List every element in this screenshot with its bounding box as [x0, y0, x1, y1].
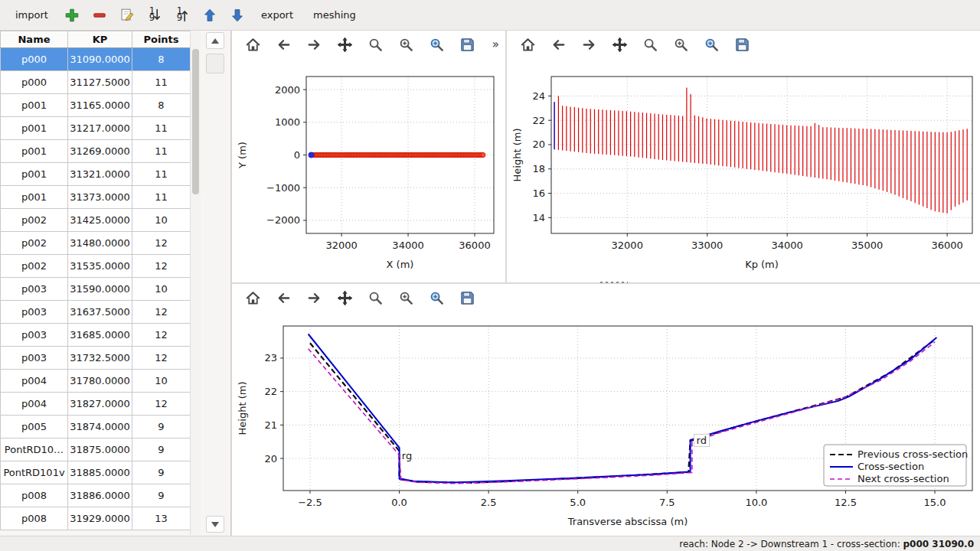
longitudinal-profile-chart[interactable]: 3200033000340003500036000141618202224Kp … [507, 58, 980, 282]
cell-points[interactable]: 8 [132, 94, 191, 117]
forward-button[interactable] [304, 34, 325, 55]
cell-kp[interactable]: 31269.0000 [68, 140, 132, 163]
table-row[interactable]: p004 31780.0000 10 [1, 370, 191, 393]
cell-name[interactable]: p001 [1, 140, 68, 163]
cell-name[interactable]: p001 [1, 186, 68, 209]
cell-kp[interactable]: 31535.0000 [68, 255, 132, 278]
forward-button[interactable] [304, 288, 325, 308]
cell-name[interactable]: p000 [1, 71, 68, 94]
scroll-up-button[interactable] [206, 32, 224, 49]
zoom-button[interactable] [640, 34, 661, 55]
cell-name[interactable]: p008 [1, 484, 68, 507]
cell-name[interactable]: PontRD101v [1, 461, 68, 484]
cell-points[interactable]: 10 [132, 209, 191, 232]
column-header-name[interactable]: Name [1, 31, 68, 48]
table-row[interactable]: p005 31874.0000 9 [1, 416, 191, 439]
cell-name[interactable]: p003 [1, 347, 68, 370]
export-button[interactable]: export [253, 5, 301, 25]
cell-name[interactable]: p003 [1, 301, 68, 324]
table-row[interactable]: p002 31425.0000 10 [1, 209, 191, 232]
add-cross-section-button[interactable] [60, 4, 83, 27]
cell-points[interactable]: 12 [132, 301, 191, 324]
zoom-region-button[interactable] [701, 34, 722, 55]
table-row[interactable]: p003 31637.5000 12 [1, 301, 191, 324]
save-figure-button[interactable] [457, 288, 478, 308]
cell-points[interactable]: 9 [132, 461, 191, 484]
cell-kp[interactable]: 31875.0000 [68, 439, 132, 461]
table-row[interactable]: p004 31827.0000 12 [1, 393, 191, 416]
meshing-button[interactable]: meshing [305, 5, 364, 25]
zoom-in-button[interactable] [396, 288, 416, 308]
cell-kp[interactable]: 31885.0000 [68, 461, 132, 484]
cell-name[interactable]: p002 [1, 209, 68, 232]
cell-name[interactable]: p005 [1, 416, 68, 439]
panel-scrollbar[interactable] [204, 32, 227, 534]
pan-button[interactable] [335, 288, 355, 308]
cell-name[interactable]: p004 [1, 370, 68, 393]
cell-kp[interactable]: 31874.0000 [68, 416, 132, 439]
table-row[interactable]: PontRD101v 31885.0000 9 [1, 461, 191, 484]
cell-kp[interactable]: 31886.0000 [68, 484, 132, 507]
sort-descending-button[interactable] [143, 4, 166, 27]
toolbar-overflow-chevron[interactable]: » [492, 37, 505, 51]
cell-name[interactable]: p002 [1, 255, 68, 278]
cell-kp[interactable]: 31165.0000 [68, 94, 132, 117]
table-scrollbar[interactable] [190, 31, 201, 535]
cell-points[interactable]: 11 [132, 71, 191, 94]
table-row[interactable]: p003 31590.0000 10 [1, 278, 191, 301]
cell-kp[interactable]: 31373.0000 [68, 186, 132, 209]
cell-name[interactable]: p000 [1, 48, 68, 71]
zoom-in-button[interactable] [396, 34, 416, 55]
pan-button[interactable] [609, 34, 630, 55]
cell-points[interactable]: 10 [132, 370, 191, 393]
cell-kp[interactable]: 31929.0000 [68, 507, 132, 530]
table-row[interactable]: p002 31480.0000 12 [1, 232, 191, 255]
cell-points[interactable]: 9 [132, 416, 191, 439]
cell-kp[interactable]: 31637.5000 [68, 301, 132, 324]
splitter-handle[interactable] [599, 281, 628, 284]
zoom-button[interactable] [365, 34, 386, 55]
cell-points[interactable]: 11 [132, 117, 191, 140]
cell-points[interactable]: 12 [132, 232, 191, 255]
panel-scrollbar-thumb[interactable] [206, 54, 224, 73]
remove-cross-section-button[interactable] [88, 4, 111, 27]
zoom-in-button[interactable] [671, 34, 691, 55]
cell-name[interactable]: p001 [1, 163, 68, 186]
forward-button[interactable] [579, 34, 599, 55]
home-button[interactable] [243, 34, 263, 55]
sort-ascending-button[interactable] [171, 4, 194, 27]
cell-name[interactable]: p003 [1, 324, 68, 347]
pan-button[interactable] [335, 34, 355, 55]
cell-kp[interactable]: 31732.5000 [68, 347, 132, 370]
column-header-points[interactable]: Points [132, 31, 191, 48]
back-button[interactable] [273, 34, 294, 55]
table-scrollbar-thumb[interactable] [192, 49, 199, 194]
cell-points[interactable]: 9 [132, 484, 191, 507]
cell-kp[interactable]: 31685.0000 [68, 324, 132, 347]
cell-name[interactable]: p003 [1, 278, 68, 301]
cell-kp[interactable]: 31590.0000 [68, 278, 132, 301]
cell-points[interactable]: 12 [132, 393, 191, 416]
cell-points[interactable]: 8 [132, 48, 191, 71]
cell-points[interactable]: 12 [132, 324, 191, 347]
table-row[interactable]: p008 31929.0000 13 [1, 507, 191, 530]
scroll-down-button[interactable] [206, 516, 224, 533]
column-header-kp[interactable]: KP [68, 31, 132, 48]
zoom-region-button[interactable] [426, 288, 447, 308]
cell-name[interactable]: PontRD10… [1, 439, 68, 461]
table-row[interactable]: p001 31217.0000 11 [1, 117, 191, 140]
home-button[interactable] [243, 288, 263, 308]
cell-kp[interactable]: 31425.0000 [68, 209, 132, 232]
import-button[interactable]: import [8, 5, 56, 25]
table-row[interactable]: p002 31535.0000 12 [1, 255, 191, 278]
cell-name[interactable]: p002 [1, 232, 68, 255]
cell-points[interactable]: 12 [132, 255, 191, 278]
cross-section-chart[interactable]: −2.50.02.55.07.510.012.515.020212223Tran… [232, 311, 980, 536]
cell-kp[interactable]: 31217.0000 [68, 117, 132, 140]
table-row[interactable]: p003 31685.0000 12 [1, 324, 191, 347]
zoom-button[interactable] [365, 288, 386, 308]
cell-points[interactable]: 11 [132, 186, 191, 209]
cell-points[interactable]: 13 [132, 507, 191, 530]
table-row[interactable]: p003 31732.5000 12 [1, 347, 191, 370]
cell-kp[interactable]: 31780.0000 [68, 370, 132, 393]
